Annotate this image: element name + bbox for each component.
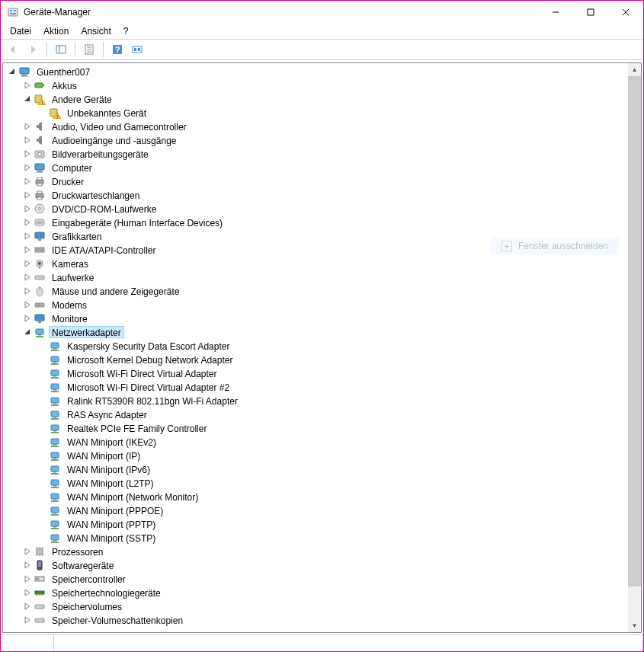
tree-item[interactable]: Bildverarbeitungsgeräte [3, 147, 628, 161]
tree-item-label[interactable]: Audioeingänge und -ausgänge [49, 134, 179, 146]
expand-arrow-icon[interactable] [21, 189, 34, 201]
tree-item[interactable]: WAN Miniport (PPPOE) [3, 503, 628, 517]
tree-item-label[interactable]: Microsoft Wi-Fi Direct Virtual Adapter #… [64, 381, 232, 393]
scroll-up-button[interactable]: ▲ [628, 63, 641, 76]
tree-item-label[interactable]: WAN Miniport (IKEv2) [64, 436, 159, 448]
expand-arrow-icon[interactable] [21, 586, 34, 599]
properties-button[interactable] [80, 40, 98, 59]
tree-item-label[interactable]: Realtek PCIe FE Family Controller [64, 422, 210, 434]
tree-item-label[interactable]: Kameras [49, 257, 91, 270]
tree-item[interactable]: WAN Miniport (IKEv2) [3, 435, 628, 449]
tree-item[interactable]: Eingabegeräte (Human Interface Devices) [3, 216, 628, 229]
tree-item[interactable]: Unbekanntes Gerät [3, 106, 628, 120]
show-hide-console-tree-button[interactable] [52, 40, 70, 59]
tree-item-label[interactable]: Speichervolumes [49, 600, 125, 612]
tree-item[interactable]: WAN Miniport (IP) [3, 449, 628, 462]
close-button[interactable] [608, 1, 643, 24]
tree-item[interactable]: Speichertechnologiegeräte [3, 586, 628, 599]
expand-arrow-icon[interactable] [21, 559, 34, 571]
tree-item[interactable]: Prozessoren [3, 545, 628, 558]
tree-item[interactable]: Mäuse und andere Zeigegeräte [3, 284, 628, 298]
tree-item-label[interactable]: Microsoft Wi-Fi Direct Virtual Adapter [64, 367, 220, 379]
expand-arrow-icon[interactable] [21, 545, 34, 558]
tree-item[interactable]: Audioeingänge und -ausgänge [3, 133, 628, 147]
tree-item-label[interactable]: Softwaregeräte [49, 559, 117, 571]
tree-item[interactable]: Andere Geräte [3, 92, 628, 106]
tree-item-label[interactable]: Mäuse und andere Zeigegeräte [49, 285, 182, 297]
tree-item[interactable]: Audio, Video und Gamecontroller [3, 120, 628, 133]
tree-item-label[interactable]: Guenther007 [34, 66, 93, 78]
expand-arrow-icon[interactable] [21, 134, 34, 146]
expand-arrow-icon[interactable] [21, 600, 34, 612]
tree-item-label[interactable]: Speichertechnologiegeräte [49, 586, 164, 599]
expand-arrow-icon[interactable] [21, 175, 34, 187]
tree-item-label[interactable]: Andere Geräte [49, 93, 115, 105]
tree-item[interactable]: Guenther007 [3, 65, 628, 78]
expand-arrow-icon[interactable] [21, 299, 34, 311]
device-tree[interactable]: Guenther007AkkusAndere GeräteUnbekanntes… [3, 63, 628, 632]
tree-item-label[interactable]: Ralink RT5390R 802.11bgn Wi-Fi Adapter [64, 395, 241, 407]
expand-arrow-icon[interactable] [21, 161, 34, 174]
expand-arrow-icon[interactable] [21, 79, 34, 91]
tree-item[interactable]: Monitore [3, 312, 628, 325]
tree-item[interactable]: Netzwerkadapter [3, 325, 628, 339]
titlebar[interactable]: Geräte-Manager [1, 1, 643, 24]
expand-arrow-icon[interactable] [21, 120, 34, 133]
minimize-button[interactable] [538, 1, 573, 24]
tree-item-label[interactable]: WAN Miniport (Network Monitor) [64, 491, 201, 503]
tree-item-label[interactable]: Speichercontroller [49, 573, 129, 585]
tree-item[interactable]: Speicher-Volumeschattenkopien [3, 613, 628, 627]
collapse-arrow-icon[interactable] [21, 93, 34, 105]
scan-hardware-button[interactable] [128, 40, 146, 59]
tree-item-label[interactable]: Kaspersky Security Data Escort Adapter [64, 340, 232, 352]
tree-item-label[interactable]: Audio, Video und Gamecontroller [49, 120, 190, 133]
tree-item[interactable]: Softwaregeräte [3, 558, 628, 572]
tree-item-label[interactable]: IDE ATA/ATAPI-Controller [49, 244, 159, 256]
collapse-arrow-icon[interactable] [21, 326, 34, 338]
menu-action[interactable]: Aktion [37, 24, 75, 38]
tree-item-label[interactable]: Drucker [49, 175, 87, 187]
tree-item[interactable]: WAN Miniport (SSTP) [3, 531, 628, 545]
expand-arrow-icon[interactable] [21, 203, 34, 215]
tree-item-label[interactable]: DVD/CD-ROM-Laufwerke [49, 203, 159, 215]
tree-item[interactable]: Drucker [3, 174, 628, 188]
expand-arrow-icon[interactable] [21, 285, 34, 297]
tree-item-label[interactable]: RAS Async Adapter [64, 408, 150, 420]
tree-item[interactable]: WAN Miniport (Network Monitor) [3, 490, 628, 503]
tree-item-label[interactable]: Grafikkarten [49, 230, 104, 242]
tree-item[interactable]: Computer [3, 161, 628, 174]
tree-item-label[interactable]: WAN Miniport (SSTP) [64, 532, 159, 544]
tree-item-label[interactable]: Akkus [49, 79, 80, 91]
collapse-arrow-icon[interactable] [6, 66, 18, 78]
tree-item[interactable]: Speichervolumes [3, 599, 628, 613]
snip-overlay-hint[interactable]: + Fenster ausschneiden [491, 238, 619, 254]
tree-item-label[interactable]: Microsoft Kernel Debug Network Adapter [64, 353, 235, 366]
tree-item[interactable]: Microsoft Kernel Debug Network Adapter [3, 353, 628, 366]
tree-item[interactable]: RAS Async Adapter [3, 408, 628, 421]
tree-item-label[interactable]: Speicher-Volumeschattenkopien [49, 614, 186, 626]
expand-arrow-icon[interactable] [21, 148, 34, 160]
tree-item[interactable]: DVD/CD-ROM-Laufwerke [3, 202, 628, 216]
tree-item-label[interactable]: Computer [49, 161, 95, 174]
tree-item[interactable]: Ralink RT5390R 802.11bgn Wi-Fi Adapter [3, 394, 628, 408]
scroll-thumb[interactable] [628, 76, 641, 586]
tree-item-label[interactable]: Netzwerkadapter [49, 326, 124, 338]
tree-item[interactable]: Kaspersky Security Data Escort Adapter [3, 339, 628, 353]
tree-item-label[interactable]: Prozessoren [49, 545, 106, 558]
tree-item[interactable]: WAN Miniport (PPTP) [3, 517, 628, 531]
maximize-button[interactable] [573, 1, 608, 24]
tree-item[interactable]: Kameras [3, 257, 628, 270]
tree-item-label[interactable]: Monitore [49, 312, 91, 324]
tree-item[interactable]: Realtek PCIe FE Family Controller [3, 421, 628, 435]
tree-item[interactable]: Microsoft Wi-Fi Direct Virtual Adapter [3, 366, 628, 380]
tree-item-label[interactable]: Unbekanntes Gerät [64, 107, 149, 119]
menu-help[interactable]: ? [117, 24, 135, 38]
tree-item[interactable]: Akkus [3, 78, 628, 92]
tree-item-label[interactable]: WAN Miniport (L2TP) [64, 477, 157, 489]
back-button[interactable] [4, 40, 22, 59]
expand-arrow-icon[interactable] [21, 573, 34, 585]
tree-item[interactable]: Druckwarteschlangen [3, 188, 628, 202]
tree-item[interactable]: Microsoft Wi-Fi Direct Virtual Adapter #… [3, 380, 628, 394]
tree-item[interactable]: WAN Miniport (L2TP) [3, 476, 628, 490]
tree-item[interactable]: Laufwerke [3, 270, 628, 284]
